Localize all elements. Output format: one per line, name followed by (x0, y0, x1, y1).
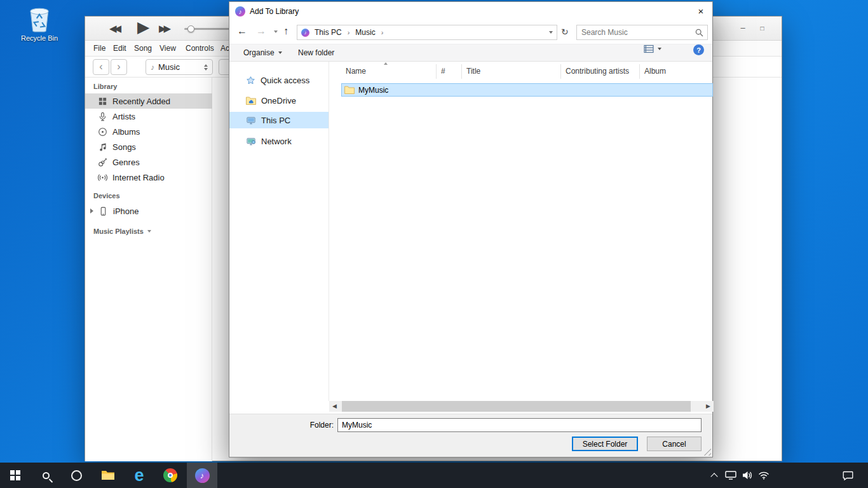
play-button[interactable]: ▶ (137, 19, 149, 35)
chrome-button[interactable] (155, 463, 186, 488)
resize-grip[interactable] (703, 448, 711, 456)
sidebar-item-internet-radio[interactable]: Internet Radio (85, 170, 212, 185)
volume-knob[interactable] (187, 25, 194, 32)
column-header-album[interactable]: Album (640, 64, 713, 79)
refresh-button[interactable]: ↻ (561, 27, 569, 37)
dialog-close-button[interactable]: × (689, 2, 712, 21)
edge-button[interactable]: e (124, 463, 154, 488)
tray-display-button[interactable] (723, 463, 738, 488)
sidebar-item-recently-added[interactable]: Recently Added (85, 93, 212, 109)
recent-locations-dropdown-icon[interactable] (274, 30, 278, 33)
sidebar-item-genres[interactable]: Genres (85, 154, 212, 170)
file-name: MyMusic (358, 86, 388, 95)
menu-account[interactable]: Ac (220, 41, 229, 57)
cortana-button[interactable] (61, 463, 92, 488)
dialog-toolbar: Organise New folder ? (229, 44, 712, 62)
breadcrumb-chevron-icon[interactable]: › (381, 29, 384, 36)
action-center-button[interactable] (839, 463, 857, 488)
horizontal-scrollbar[interactable]: ◀ ▶ (329, 401, 714, 412)
music-note-icon: ♪ (151, 63, 154, 72)
sidebar-item-artists[interactable]: Artists (85, 109, 212, 124)
column-header-contributing-artists[interactable]: Contributing artists (561, 64, 640, 79)
address-bar[interactable]: ♪ This PC › Music › (297, 25, 557, 40)
breadcrumb-music[interactable]: Music (353, 25, 377, 39)
menu-edit[interactable]: Edit (113, 41, 126, 57)
breadcrumb-this-pc[interactable]: This PC (312, 25, 344, 39)
itunes-taskbar-button[interactable]: ♪ (187, 463, 217, 488)
nav-item-this-pc[interactable]: This PC (229, 112, 329, 128)
itunes-app-icon: ♪ (235, 6, 245, 17)
rewind-button[interactable]: ◀◀ (109, 24, 119, 33)
new-folder-button[interactable]: New folder (298, 44, 334, 61)
menu-view[interactable]: View (159, 41, 176, 57)
scrollbar-thumb[interactable] (342, 401, 691, 412)
details-view-icon (644, 44, 654, 53)
file-row-mymusic[interactable]: MyMusic (341, 83, 713, 97)
start-button[interactable] (0, 463, 31, 488)
windows-logo-icon (10, 470, 21, 481)
recently-added-icon (98, 97, 107, 106)
nav-item-quick-access[interactable]: Quick access (229, 72, 329, 88)
select-folder-button[interactable]: Select Folder (572, 437, 638, 451)
itunes-sidebar: Library Recently Added Artists Albums So… (85, 78, 212, 461)
music-playlists-header[interactable]: Music Playlists (93, 227, 151, 235)
recycle-bin-icon (28, 5, 51, 33)
view-options-button[interactable] (644, 44, 661, 53)
media-kind-picker[interactable]: ♪ Music (146, 59, 213, 75)
address-dropdown-icon[interactable] (549, 31, 553, 34)
dialog-footer: Folder: Select Folder Cancel (229, 414, 712, 457)
forward-button[interactable]: → (256, 25, 266, 37)
this-pc-icon (246, 116, 256, 125)
fast-forward-button[interactable]: ▶▶ (159, 24, 168, 33)
column-header-title[interactable]: Title (462, 64, 561, 79)
search-input[interactable] (577, 28, 695, 37)
up-button[interactable]: ↑ (283, 25, 288, 37)
dialog-title: Add To Library (250, 2, 299, 21)
organise-button[interactable]: Organise (243, 44, 282, 61)
folder-icon (344, 86, 355, 94)
column-header-number[interactable]: # (437, 64, 462, 79)
add-to-library-dialog: ♪ Add To Library × ← → ↑ ♪ This PC › Mus… (229, 1, 713, 458)
dialog-titlebar[interactable]: ♪ Add To Library × (229, 2, 712, 21)
scroll-left-button[interactable]: ◀ (329, 401, 340, 412)
taskbar: e ♪ (0, 463, 868, 488)
internet-radio-icon (98, 173, 107, 182)
help-button[interactable]: ? (693, 44, 704, 55)
albums-icon (98, 127, 107, 137)
taskbar-search-button[interactable] (31, 463, 61, 488)
recycle-bin[interactable]: Recycle Bin (18, 5, 61, 42)
tray-volume-button[interactable] (740, 463, 755, 488)
menu-song[interactable]: Song (134, 41, 152, 57)
search-box[interactable] (576, 25, 708, 40)
maximize-button[interactable]: □ (754, 20, 770, 37)
tray-expand-button[interactable] (707, 463, 722, 488)
sidebar-item-iphone[interactable]: iPhone (85, 203, 212, 219)
scroll-right-button[interactable]: ▶ (703, 401, 714, 412)
organise-dropdown-icon (278, 51, 282, 54)
edge-icon: e (134, 467, 144, 484)
breadcrumb-chevron-icon[interactable]: › (347, 29, 351, 36)
itunes-back-button[interactable]: ‹ (93, 59, 109, 75)
tray-network-button[interactable] (756, 463, 771, 488)
menu-controls[interactable]: Controls (186, 41, 214, 57)
menu-file[interactable]: File (93, 41, 105, 57)
network-icon (246, 137, 256, 146)
cancel-button[interactable]: Cancel (647, 437, 702, 451)
picker-spinner-icon[interactable] (204, 64, 208, 71)
nav-item-network[interactable]: Network (229, 133, 329, 149)
sidebar-item-songs[interactable]: Songs (85, 139, 212, 154)
column-header-name[interactable]: Name (341, 64, 437, 79)
file-explorer-button[interactable] (93, 463, 123, 488)
nav-item-onedrive[interactable]: OneDrive (229, 92, 329, 109)
media-kind-value: Music (158, 62, 180, 72)
expand-arrow-icon[interactable] (90, 208, 93, 214)
search-icon[interactable] (695, 29, 703, 37)
cortana-icon (71, 470, 82, 481)
artists-icon (98, 112, 107, 121)
folder-name-input[interactable] (337, 418, 702, 432)
wifi-icon (758, 471, 770, 480)
back-button[interactable]: ← (237, 25, 247, 37)
itunes-forward-button[interactable]: › (111, 59, 127, 75)
minimize-button[interactable]: – (735, 20, 751, 36)
sidebar-item-albums[interactable]: Albums (85, 124, 212, 139)
